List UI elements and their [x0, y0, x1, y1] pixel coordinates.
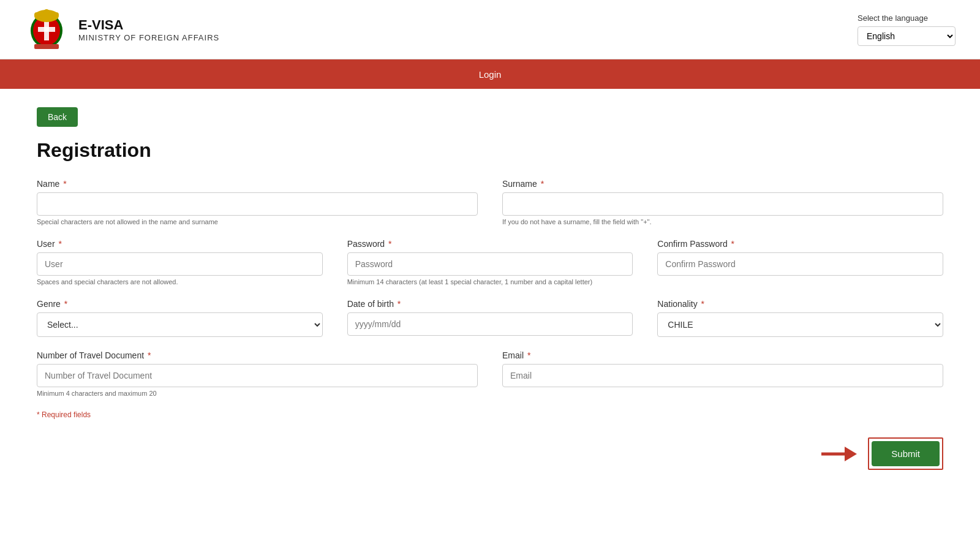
- travel-doc-group: Number of Travel Document * Minimum 4 ch…: [37, 350, 478, 397]
- svg-rect-10: [34, 44, 59, 49]
- user-input[interactable]: [37, 252, 323, 276]
- submit-button-wrapper: Submit: [868, 437, 943, 470]
- main-content: Back Registration Name * Special charact…: [0, 89, 980, 552]
- name-label: Name *: [37, 179, 478, 189]
- svg-point-7: [54, 12, 59, 17]
- user-hint: Spaces and special characters are not al…: [37, 278, 323, 285]
- email-input[interactable]: [502, 364, 943, 387]
- submit-button[interactable]: Submit: [872, 441, 940, 466]
- nationality-required-star: *: [699, 299, 704, 309]
- user-label: User *: [37, 239, 323, 249]
- confirm-password-label: Confirm Password *: [657, 239, 943, 249]
- password-group: Password * Minimum 14 characters (at lea…: [347, 239, 633, 285]
- app-name: E-VISA: [78, 17, 219, 33]
- genre-group: Genre * Select... Male Female Other: [37, 299, 323, 337]
- email-label: Email *: [502, 350, 943, 360]
- travel-doc-hint: Minimum 4 characters and maximum 20: [37, 390, 478, 397]
- required-text: Required fields: [42, 410, 91, 419]
- dob-input[interactable]: [347, 312, 633, 336]
- travel-doc-label: Number of Travel Document *: [37, 350, 478, 360]
- submit-arrow-icon: [821, 443, 858, 465]
- genre-label: Genre *: [37, 299, 323, 309]
- surname-label: Surname *: [502, 179, 943, 189]
- form-row-genre-dob-nationality: Genre * Select... Male Female Other Date…: [37, 299, 943, 337]
- surname-required-star: *: [538, 179, 544, 189]
- submit-area: Submit: [37, 437, 943, 470]
- password-required-star: *: [386, 239, 391, 249]
- name-group: Name * Special characters are not allowe…: [37, 179, 478, 225]
- nationality-select[interactable]: CHILE PORTUGAL SPAIN FRANCE BRAZIL: [657, 312, 943, 337]
- language-select[interactable]: English Português Español Français: [858, 26, 956, 46]
- svg-rect-3: [38, 27, 55, 32]
- header-title: E-VISA MINISTRY OF FOREIGN AFFAIRS: [78, 17, 219, 42]
- header-branding: E-VISA MINISTRY OF FOREIGN AFFAIRS: [24, 7, 219, 51]
- user-required-star: *: [56, 239, 62, 249]
- confirm-password-group: Confirm Password *: [657, 239, 943, 276]
- form-row-name-surname: Name * Special characters are not allowe…: [37, 179, 943, 225]
- password-label: Password *: [347, 239, 633, 249]
- surname-group: Surname * If you do not have a surname, …: [502, 179, 943, 225]
- required-asterisk: *: [37, 410, 42, 419]
- dob-label: Date of birth *: [347, 299, 633, 309]
- travel-doc-required-star: *: [145, 350, 151, 360]
- svg-point-8: [39, 15, 42, 19]
- submit-arrow-indicator: [821, 443, 858, 465]
- password-input[interactable]: [347, 252, 633, 276]
- nationality-label: Nationality *: [657, 299, 943, 309]
- svg-point-6: [43, 9, 50, 15]
- required-fields-note: * Required fields: [37, 410, 943, 419]
- name-required-star: *: [61, 179, 66, 189]
- svg-point-9: [51, 15, 55, 19]
- dob-required-star: *: [395, 299, 401, 309]
- svg-point-5: [34, 12, 39, 17]
- main-navbar: Login: [0, 59, 980, 89]
- page-title: Registration: [37, 139, 943, 162]
- nationality-group: Nationality * CHILE PORTUGAL SPAIN FRANC…: [657, 299, 943, 337]
- name-hint: Special characters are not allowed in th…: [37, 218, 478, 225]
- logo-emblem: [24, 7, 69, 51]
- nav-login[interactable]: Login: [467, 61, 514, 88]
- svg-marker-12: [845, 447, 857, 461]
- surname-input[interactable]: [502, 192, 943, 216]
- name-input[interactable]: [37, 192, 478, 216]
- password-hint: Minimum 14 characters (at least 1 specia…: [347, 278, 633, 285]
- confirm-password-input[interactable]: [657, 252, 943, 276]
- language-selector-group: Select the language English Português Es…: [858, 13, 956, 46]
- registration-form: Name * Special characters are not allowe…: [37, 179, 943, 470]
- language-label: Select the language: [858, 13, 928, 23]
- form-row-credentials: User * Spaces and special characters are…: [37, 239, 943, 285]
- genre-required-star: *: [62, 299, 67, 309]
- app-subtitle: MINISTRY OF FOREIGN AFFAIRS: [78, 33, 219, 42]
- form-row-travel-email: Number of Travel Document * Minimum 4 ch…: [37, 350, 943, 397]
- site-header: E-VISA MINISTRY OF FOREIGN AFFAIRS Selec…: [0, 0, 980, 59]
- confirm-password-required-star: *: [729, 239, 734, 249]
- travel-doc-input[interactable]: [37, 364, 478, 387]
- back-button[interactable]: Back: [37, 107, 78, 127]
- genre-select[interactable]: Select... Male Female Other: [37, 312, 323, 337]
- email-group: Email *: [502, 350, 943, 387]
- dob-group: Date of birth *: [347, 299, 633, 336]
- user-group: User * Spaces and special characters are…: [37, 239, 323, 285]
- surname-hint: If you do not have a surname, fill the f…: [502, 218, 943, 225]
- email-required-star: *: [525, 350, 530, 360]
